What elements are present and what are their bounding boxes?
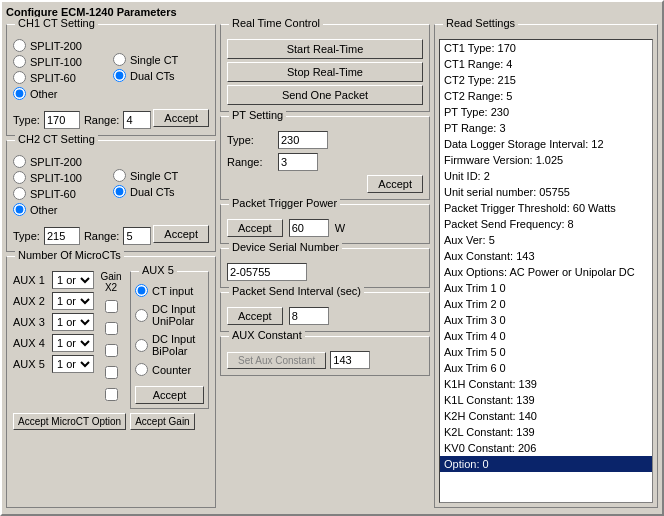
ch1-dual-radio[interactable] xyxy=(113,69,126,82)
ch2-single-radio[interactable] xyxy=(113,169,126,182)
settings-item-7[interactable]: Firmware Version: 1.025 xyxy=(440,152,652,168)
settings-item-0[interactable]: CT1 Type: 170 xyxy=(440,40,652,56)
settings-item-8[interactable]: Unit ID: 2 xyxy=(440,168,652,184)
ct-input-row: CT input xyxy=(135,284,204,297)
ch2-split100-radio[interactable] xyxy=(13,171,26,184)
aux4-select[interactable]: 1 or 2 xyxy=(52,334,94,352)
ch2-accept-button[interactable]: Accept xyxy=(153,225,209,243)
settings-item-16[interactable]: Aux Trim 2 0 xyxy=(440,296,652,312)
settings-item-1[interactable]: CT1 Range: 4 xyxy=(440,56,652,72)
ch2-split100-label: SPLIT-100 xyxy=(30,172,82,184)
gain3-check[interactable] xyxy=(105,344,118,357)
ch2-split200-label: SPLIT-200 xyxy=(30,156,82,168)
read-settings-title: Read Settings xyxy=(443,17,518,29)
gain-header: Gain X2 xyxy=(96,271,126,293)
settings-item-10[interactable]: Packet Trigger Threshold: 60 Watts xyxy=(440,200,652,216)
aux-const-group: AUX Constant Set Aux Constant xyxy=(220,336,430,376)
ch1-accept-button[interactable]: Accept xyxy=(153,109,209,127)
set-aux-const-button[interactable]: Set Aux Constant xyxy=(227,352,326,369)
accept-microct-button[interactable]: Accept MicroCT Option xyxy=(13,413,126,430)
gain5-check[interactable] xyxy=(105,388,118,401)
ch2-dual-radio[interactable] xyxy=(113,185,126,198)
settings-item-24[interactable]: K2L Constant: 139 xyxy=(440,424,652,440)
settings-item-20[interactable]: Aux Trim 6 0 xyxy=(440,360,652,376)
ch2-type-input[interactable] xyxy=(44,227,80,245)
ct-input-radio[interactable] xyxy=(135,284,148,297)
aux2-select[interactable]: 1 or 2 xyxy=(52,292,94,310)
aux1-row: AUX 1 1 or 2 xyxy=(13,271,94,289)
gain2-check[interactable] xyxy=(105,322,118,335)
ch1-single-radio[interactable] xyxy=(113,53,126,66)
settings-item-17[interactable]: Aux Trim 3 0 xyxy=(440,312,652,328)
settings-item-23[interactable]: K2H Constant: 140 xyxy=(440,408,652,424)
window-title: Configure ECM-1240 Parameters xyxy=(6,6,658,18)
settings-item-9[interactable]: Unit serial number: 05755 xyxy=(440,184,652,200)
packet-trigger-accept-button[interactable]: Accept xyxy=(227,219,283,237)
aux2-row: AUX 2 1 or 2 xyxy=(13,292,94,310)
settings-item-26[interactable]: Option: 0 xyxy=(440,456,652,472)
ch1-type-label: Type: xyxy=(13,114,40,126)
settings-item-22[interactable]: K1L Constant: 139 xyxy=(440,392,652,408)
ch2-split100-row: SPLIT-100 xyxy=(13,171,109,184)
ch1-split100-radio[interactable] xyxy=(13,55,26,68)
packet-trigger-input[interactable] xyxy=(289,219,329,237)
start-realtime-button[interactable]: Start Real-Time xyxy=(227,39,423,59)
settings-item-4[interactable]: PT Type: 230 xyxy=(440,104,652,120)
gain1-check[interactable] xyxy=(105,300,118,313)
ch1-other-radio[interactable] xyxy=(13,87,26,100)
pt-group: PT Setting Type: Range: Accept xyxy=(220,116,430,200)
settings-item-2[interactable]: CT2 Type: 215 xyxy=(440,72,652,88)
settings-item-13[interactable]: Aux Constant: 143 xyxy=(440,248,652,264)
main-window: Configure ECM-1240 Parameters CH1 CT Set… xyxy=(0,0,664,516)
dc-unipolar-radio[interactable] xyxy=(135,309,148,322)
settings-item-15[interactable]: Aux Trim 1 0 xyxy=(440,280,652,296)
gain3-cell xyxy=(96,339,126,361)
counter-label: Counter xyxy=(152,364,191,376)
aux5-label: AUX 5 xyxy=(13,358,48,370)
send-packet-button[interactable]: Send One Packet xyxy=(227,85,423,105)
stop-realtime-button[interactable]: Stop Real-Time xyxy=(227,62,423,82)
settings-item-14[interactable]: Aux Options: AC Power or Unipolar DC xyxy=(440,264,652,280)
realtime-title: Real Time Control xyxy=(229,17,323,29)
aux5-accept-button[interactable]: Accept xyxy=(135,386,204,404)
dc-bipolar-radio[interactable] xyxy=(135,339,148,352)
settings-item-25[interactable]: KV0 Constant: 206 xyxy=(440,440,652,456)
aux1-select[interactable]: 1 or 2 xyxy=(52,271,94,289)
settings-item-18[interactable]: Aux Trim 4 0 xyxy=(440,328,652,344)
ch2-split200-radio[interactable] xyxy=(13,155,26,168)
ch1-type-input[interactable] xyxy=(44,111,80,129)
aux5-group: AUX 5 CT input DC Input UniPolar xyxy=(130,271,209,409)
aux1-label: AUX 1 xyxy=(13,274,48,286)
pt-accept-button[interactable]: Accept xyxy=(367,175,423,193)
aux3-select[interactable]: 1 or 2 xyxy=(52,313,94,331)
settings-item-12[interactable]: Aux Ver: 5 xyxy=(440,232,652,248)
settings-item-21[interactable]: K1H Constant: 139 xyxy=(440,376,652,392)
ch1-range-input[interactable] xyxy=(123,111,151,129)
ch2-other-radio[interactable] xyxy=(13,203,26,216)
ch2-range-input[interactable] xyxy=(123,227,151,245)
serial-input[interactable] xyxy=(227,263,307,281)
pt-type-input[interactable] xyxy=(278,131,328,149)
settings-item-19[interactable]: Aux Trim 5 0 xyxy=(440,344,652,360)
counter-radio[interactable] xyxy=(135,363,148,376)
gain4-check[interactable] xyxy=(105,366,118,379)
settings-item-5[interactable]: PT Range: 3 xyxy=(440,120,652,136)
ch2-range-label: Range: xyxy=(84,230,119,242)
packet-send-title: Packet Send Interval (sec) xyxy=(229,285,364,297)
pt-range-input[interactable] xyxy=(278,153,318,171)
ch1-split60-radio[interactable] xyxy=(13,71,26,84)
pt-accept-row: Accept xyxy=(227,175,423,193)
settings-list[interactable]: CT1 Type: 170CT1 Range: 4CT2 Type: 215CT… xyxy=(439,39,653,503)
ch2-split60-radio[interactable] xyxy=(13,187,26,200)
packet-send-accept-button[interactable]: Accept xyxy=(227,307,283,325)
settings-item-3[interactable]: CT2 Range: 5 xyxy=(440,88,652,104)
accept-gain-button[interactable]: Accept Gain xyxy=(130,413,194,430)
aux5-select[interactable]: 1 or 2 xyxy=(52,355,94,373)
settings-item-11[interactable]: Packet Send Frequency: 8 xyxy=(440,216,652,232)
ch1-single-label: Single CT xyxy=(130,54,178,66)
gain5-cell xyxy=(96,383,126,405)
aux-const-input[interactable] xyxy=(330,351,370,369)
settings-item-6[interactable]: Data Logger Storage Interval: 12 xyxy=(440,136,652,152)
ch1-split200-radio[interactable] xyxy=(13,39,26,52)
packet-send-input[interactable] xyxy=(289,307,329,325)
